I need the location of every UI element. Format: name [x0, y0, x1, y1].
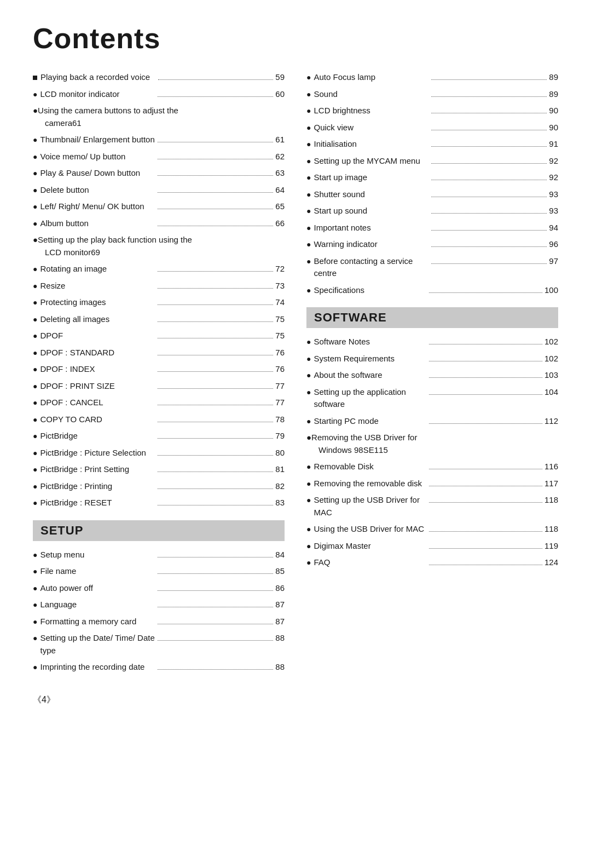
right-column: ● Auto Focus lamp 89 ● Sound 89 ● LCD br… [306, 71, 558, 678]
toc-item: ● Specifications 100 [306, 284, 558, 297]
page-number: 96 [549, 238, 558, 251]
bullet-icon: ● [33, 364, 37, 375]
toc-item: ● Using the USB Driver for MAC 118 [306, 523, 558, 536]
toc-item: ● Start up sound 93 [306, 205, 558, 217]
page-number: 89 [549, 88, 558, 101]
bullet-icon: ● [306, 461, 311, 473]
page-number: 119 [544, 540, 558, 553]
bullet-icon: ● [33, 347, 37, 359]
bullet-icon: ● [306, 524, 311, 535]
bullet-icon: ● [33, 549, 37, 561]
bullet-icon: ● [306, 122, 311, 134]
dot-leader [158, 159, 273, 159]
toc-item: ● Starting PC mode 112 [306, 415, 558, 428]
dot-leader [158, 175, 273, 176]
toc-item: ● Protecting images 74 [33, 296, 285, 309]
item-label: Software Notes [314, 336, 427, 348]
bullet-icon: ● [33, 134, 37, 146]
item-label: Setting up the play back function using … [38, 234, 192, 246]
dot-leader [431, 79, 547, 80]
bullet-icon: ● [33, 447, 37, 459]
bullet-icon: ● [33, 314, 37, 325]
page-number: 89 [549, 71, 558, 84]
item-label: DPOF : STANDARD [40, 347, 155, 359]
toc-item-wrapped: ● Using the camera buttons to adjust the… [33, 105, 285, 129]
page-number: 104 [544, 386, 558, 399]
dot-leader [158, 505, 273, 505]
toc-item: ● Play & Pause/ Down button 63 [33, 167, 285, 180]
item-label: Play & Pause/ Down button [40, 167, 155, 180]
dot-leader [431, 96, 547, 97]
page-number: 59 [275, 71, 285, 84]
item-label: DPOF : INDEX [40, 363, 155, 376]
item-label: Album button [40, 217, 155, 230]
item-label: System Requirements [314, 353, 427, 365]
dot-leader [429, 565, 542, 565]
dot-leader [158, 455, 273, 456]
item-label: Setup menu [40, 549, 155, 561]
bullet-icon: ● [33, 583, 37, 594]
bullet-icon: ● [306, 222, 311, 234]
dot-leader [429, 469, 542, 469]
item-label: File name [40, 565, 155, 578]
bullet-icon: ● [306, 387, 311, 398]
bullet-icon: ● [306, 205, 311, 217]
page-number: 79 [275, 430, 285, 442]
toc-item: ● DPOF : PRINT SIZE 77 [33, 380, 285, 393]
item-label: Digimax Master [314, 540, 427, 553]
dot-leader [158, 79, 274, 80]
dot-leader [431, 230, 547, 231]
toc-item: ● Voice memo/ Up button 62 [33, 151, 285, 163]
dot-leader [431, 146, 547, 147]
bullet-icon: ● [33, 599, 37, 611]
dot-leader [158, 96, 273, 97]
toc-item: ● Rotating an image 72 [33, 263, 285, 275]
dot-leader [429, 361, 542, 361]
page-number: 103 [544, 369, 558, 382]
page-number: 77 [275, 380, 285, 393]
item-label: Voice memo/ Up button [40, 151, 155, 163]
page-number: 118 [544, 494, 558, 507]
toc-item: ● File name 85 [33, 565, 285, 578]
item-label: PictBridge : RESET [40, 497, 155, 509]
item-label: Setting up the Date/ Time/ Date type [40, 632, 155, 657]
bullet-icon: ● [306, 432, 311, 444]
bullet-icon: ● [306, 541, 311, 552]
page-number: 64 [275, 184, 285, 197]
dot-leader [158, 271, 273, 272]
page-number: 94 [549, 222, 558, 234]
toc-item-wrapped: ● Setting up the play back function usin… [33, 234, 285, 258]
bullet-icon: ● [33, 662, 37, 673]
item-label: DPOF : PRINT SIZE [40, 380, 155, 393]
toc-item: ● DPOF : INDEX 76 [33, 363, 285, 376]
bullet-icon: ● [306, 557, 311, 568]
page-number: 115 [374, 444, 388, 457]
item-label: Left/ Right/ Menu/ OK button [40, 200, 155, 213]
bullet-icon: ● [306, 495, 311, 506]
item-label: DPOF [40, 330, 155, 342]
page-number: 78 [275, 413, 285, 426]
item-label: FAQ [314, 556, 427, 569]
item-label: Setting up the MYCAM menu [314, 155, 429, 168]
item-label-cont: LCD monitor [45, 246, 91, 259]
bullet-icon: ● [33, 330, 37, 342]
bullet-icon: ● [306, 172, 311, 183]
page-number: 93 [549, 188, 558, 201]
dot-leader [429, 531, 542, 532]
page-number: 73 [275, 280, 285, 292]
dot-leader [158, 371, 273, 372]
page-number: 117 [544, 478, 558, 490]
item-label: PictBridge : Printing [40, 480, 155, 493]
item-label: Starting PC mode [314, 415, 427, 428]
page-number: 87 [275, 599, 285, 611]
page-number: 76 [275, 363, 285, 376]
dot-leader [431, 246, 547, 247]
dot-leader [431, 180, 547, 180]
item-label: Resize [40, 280, 155, 292]
bullet-icon: ● [306, 416, 311, 427]
toc-item: ● Setting up the application software 10… [306, 386, 558, 411]
page-number: 83 [275, 497, 285, 509]
dot-leader [158, 488, 273, 489]
toc-item: ● DPOF : STANDARD 76 [33, 347, 285, 359]
page-number: 65 [275, 200, 285, 213]
